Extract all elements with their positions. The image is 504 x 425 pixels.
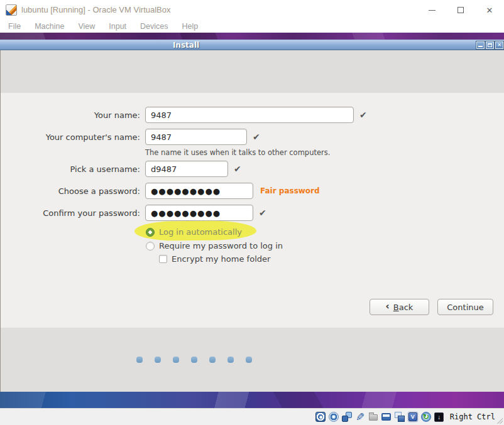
hard-disks-icon[interactable] bbox=[315, 411, 326, 422]
computer-name-label: Your computer's name: bbox=[1, 132, 140, 142]
shared-folders-icon[interactable] bbox=[368, 411, 379, 422]
menu-view[interactable]: View bbox=[71, 22, 102, 31]
your-name-input[interactable] bbox=[145, 107, 354, 123]
features-icon[interactable]: V bbox=[407, 411, 419, 422]
install-window-controls bbox=[476, 41, 503, 49]
field-row-computer-name: Your computer's name: bbox=[1, 129, 260, 145]
maximize-icon bbox=[457, 7, 464, 13]
continue-button[interactable]: Continue bbox=[437, 299, 493, 315]
field-row-password: Choose a password: Fair password bbox=[1, 183, 320, 199]
menu-machine[interactable]: Machine bbox=[28, 22, 71, 31]
host-window-controls bbox=[417, 0, 504, 20]
password-input[interactable] bbox=[145, 183, 253, 199]
menu-input[interactable]: Input bbox=[102, 22, 133, 31]
network-adapters-icon[interactable] bbox=[341, 411, 353, 422]
back-button[interactable]: Back bbox=[370, 299, 429, 315]
resize-grip-icon[interactable] bbox=[497, 418, 503, 424]
vm-maximize-button[interactable] bbox=[486, 41, 494, 49]
menu-help[interactable]: Help bbox=[175, 22, 205, 31]
host-key-label: Right Ctrl bbox=[450, 412, 495, 421]
host-menubar: File Machine View Input Devices Help bbox=[0, 20, 504, 33]
progress-dot bbox=[155, 357, 161, 363]
field-row-confirm-password: Confirm your password: bbox=[1, 205, 266, 221]
field-row-your-name: Your name: bbox=[1, 107, 367, 123]
password-label: Choose a password: bbox=[1, 186, 140, 196]
checkbox-label: Encrypt my home folder bbox=[172, 254, 270, 264]
checkbox-unchecked-icon[interactable] bbox=[159, 255, 167, 263]
host-titlebar: lubuntu [Running] - Oracle VM VirtualBox bbox=[0, 0, 504, 20]
header-band bbox=[1, 50, 504, 93]
option-label: Require my password to log in bbox=[159, 241, 283, 250]
vm-close-button[interactable] bbox=[495, 41, 503, 49]
progress-dot bbox=[209, 357, 216, 363]
close-button[interactable] bbox=[475, 0, 504, 20]
statusbar-icons: V Right Ctrl bbox=[315, 409, 495, 425]
footer-band bbox=[1, 328, 504, 392]
virtualbox-window: lubuntu [Running] - Oracle VM VirtualBox… bbox=[0, 0, 504, 425]
username-label: Pick a username: bbox=[1, 164, 140, 174]
computer-name-helper: The name it uses when it talks to other … bbox=[145, 148, 330, 157]
display-icon[interactable] bbox=[381, 411, 392, 422]
continue-button-label: Continue bbox=[447, 303, 483, 312]
install-window-body: Your name: Your computer's name: The nam… bbox=[0, 50, 504, 392]
progress-dot bbox=[191, 357, 197, 363]
minimize-button[interactable] bbox=[417, 0, 446, 20]
back-chevron-icon bbox=[386, 302, 390, 311]
vm-maximize-icon bbox=[488, 43, 492, 47]
radio-unselected-icon[interactable] bbox=[146, 242, 155, 250]
install-window-title: Install bbox=[0, 41, 372, 50]
mouse-integration-icon[interactable] bbox=[420, 411, 432, 422]
vm-screen: Install Your name: Your computer's name: bbox=[0, 33, 504, 408]
confirm-password-input[interactable] bbox=[145, 205, 253, 221]
confirm-password-label: Confirm your password: bbox=[1, 208, 140, 218]
field-row-username: Pick a username: bbox=[1, 161, 241, 177]
username-input[interactable] bbox=[145, 161, 228, 177]
option-label: Log in automatically bbox=[159, 227, 242, 237]
progress-dot bbox=[136, 357, 143, 363]
optical-drives-icon[interactable] bbox=[328, 411, 339, 422]
back-button-label: Back bbox=[393, 303, 414, 312]
your-name-label: Your name: bbox=[1, 110, 140, 120]
maximize-button[interactable] bbox=[446, 0, 475, 20]
progress-dot bbox=[246, 357, 252, 363]
vm-close-icon bbox=[497, 43, 501, 48]
progress-dot bbox=[227, 357, 234, 363]
computer-name-input[interactable] bbox=[145, 129, 247, 145]
minimize-icon bbox=[429, 10, 436, 11]
recording-icon[interactable] bbox=[394, 411, 405, 422]
option-login-automatically[interactable]: Log in automatically bbox=[146, 227, 242, 237]
password-strength-label: Fair password bbox=[260, 186, 320, 195]
option-encrypt-home[interactable]: Encrypt my home folder bbox=[159, 254, 270, 264]
host-window-title: lubuntu [Running] - Oracle VM VirtualBox bbox=[21, 5, 171, 14]
radio-selected-icon[interactable] bbox=[146, 228, 155, 237]
progress-dots bbox=[136, 357, 252, 363]
option-require-password[interactable]: Require my password to log in bbox=[146, 241, 283, 250]
close-icon bbox=[486, 6, 493, 14]
virtualbox-logo-icon bbox=[6, 4, 17, 16]
menu-devices[interactable]: Devices bbox=[133, 22, 175, 31]
keyboard-icon[interactable] bbox=[434, 411, 445, 422]
desktop-wallpaper-top bbox=[0, 33, 504, 40]
usb-devices-icon[interactable] bbox=[354, 411, 366, 422]
install-window-titlebar[interactable]: Install bbox=[0, 40, 504, 50]
progress-dot bbox=[173, 357, 179, 363]
valid-check-icon bbox=[259, 208, 266, 217]
menu-file[interactable]: File bbox=[1, 22, 28, 31]
vbox-statusbar: V Right Ctrl bbox=[0, 408, 504, 425]
valid-check-icon bbox=[253, 132, 260, 141]
valid-check-icon bbox=[234, 164, 241, 173]
desktop-wallpaper-bottom bbox=[0, 392, 504, 408]
vm-minimize-button[interactable] bbox=[476, 41, 485, 49]
vm-minimize-icon bbox=[478, 46, 483, 47]
valid-check-icon bbox=[359, 110, 367, 119]
